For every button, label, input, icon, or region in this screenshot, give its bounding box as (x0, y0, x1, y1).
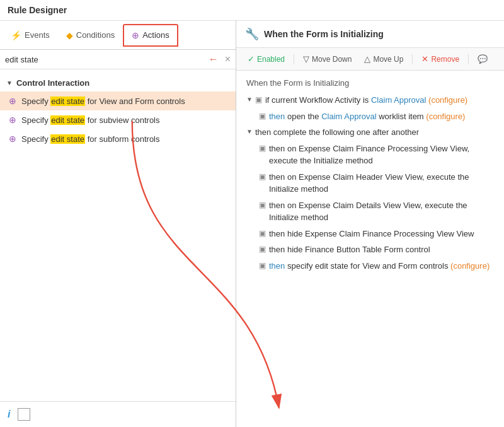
link-configure-claim-approval-2[interactable]: (configure) (426, 112, 465, 121)
toolbar-sep-2 (412, 54, 413, 64)
tab-conditions-label: Conditions (76, 30, 115, 40)
toolbar-move-up-button[interactable]: △ Move Up (359, 52, 408, 66)
item-icon-hide-finance: ▣ (259, 229, 266, 238)
events-icon: ⚡ (11, 30, 21, 40)
search-arrow-icon: ← (209, 54, 219, 65)
right-header-icon: 🔧 (245, 27, 259, 41)
action-item-text-2: Specify edit state for subform controls (21, 134, 160, 144)
toolbar-remove-button[interactable]: ✕ Remove (416, 52, 464, 66)
app-title: Rule Designer (0, 0, 504, 21)
tree-text-if-workflow: if current Workflow Activity is Claim Ap… (265, 94, 467, 107)
move-down-label: Move Down (312, 55, 352, 64)
link-then-specify[interactable]: then (269, 261, 285, 271)
section-header-control-interaction: ▼ Control Interaction (0, 74, 236, 91)
rule-section-title: When the Form is Initializing (246, 78, 494, 88)
link-then-open[interactable]: then (269, 112, 285, 121)
remove-label: Remove (431, 55, 459, 64)
enabled-label: Enabled (257, 55, 285, 64)
info-icon[interactable]: i (8, 409, 10, 420)
action-icon-2: ⊕ (9, 134, 16, 144)
tree-text-hide-finance: then hide Expense Claim Finance Processi… (269, 228, 474, 240)
item-icon-then-specify-edit: ▣ (259, 261, 266, 270)
conditions-icon: ◆ (66, 30, 73, 40)
right-header-title: When the Form is Initializing (264, 29, 384, 39)
toggle-then-complete[interactable]: ▼ (246, 128, 253, 135)
comment-icon: 💬 (478, 54, 488, 64)
left-footer: i (0, 401, 236, 427)
item-icon-if-workflow: ▣ (255, 95, 262, 104)
tree-item-then-open: ▣ then open the Claim Approval worklist … (259, 110, 494, 123)
tree-text-then-specify-edit: then specify edit state for View and For… (269, 260, 490, 272)
tree-item-expense-details: ▣ then on Expense Claim Details View Vie… (259, 199, 494, 224)
action-item-text-1: Specify edit state for subview controls (21, 115, 160, 125)
search-close-button[interactable]: × (225, 54, 231, 65)
actions-icon: ⊕ (132, 30, 139, 40)
action-item-edit-state-subform[interactable]: ⊕ Specify edit state for subform control… (0, 129, 236, 148)
action-item-edit-state-view-form[interactable]: ⊕ Specify edit state for View and Form c… (0, 91, 236, 110)
search-bar: ← × (0, 50, 236, 69)
search-input[interactable] (5, 55, 205, 64)
move-up-label: Move Up (373, 55, 403, 64)
action-icon-0: ⊕ (9, 96, 16, 106)
tree-item-hide-finance-button: ▣ then hide Finance Button Table Form co… (259, 243, 494, 256)
right-header: 🔧 When the Form is Initializing (236, 21, 504, 48)
tree-text-then-complete: then complete the following one after an… (255, 126, 419, 139)
rule-content: When the Form is Initializing ▼ ▣ if cur… (236, 71, 504, 427)
tree-item-then-complete: ▼ then complete the following one after … (246, 126, 494, 139)
tabs-bar: ⚡ Events ◆ Conditions ⊕ Actions (0, 21, 236, 50)
toolbar-sep-1 (294, 54, 294, 64)
toolbar-sep-3 (468, 54, 469, 64)
link-claim-approval[interactable]: Claim Approval (371, 95, 426, 105)
tree-item-then-specify-edit: ▣ then specify edit state for View and F… (259, 260, 494, 272)
move-down-icon: ▽ (303, 54, 309, 64)
toolbar: ✓ Enabled ▽ Move Down △ Move Up ✕ Remove (236, 48, 504, 71)
tree-text-expense-finance: then on Expense Claim Finance Processing… (269, 143, 494, 167)
tree-text-then-open: then open the Claim Approval worklist it… (269, 110, 465, 123)
tree-text-hide-finance-button: then hide Finance Button Table Form cont… (269, 243, 430, 256)
tab-actions-label: Actions (142, 30, 169, 40)
view-icon[interactable] (18, 408, 30, 421)
item-icon-expense-details: ▣ (259, 201, 266, 209)
item-icon-then-open: ▣ (259, 112, 266, 120)
item-icon-expense-finance: ▣ (259, 144, 266, 153)
tab-events[interactable]: ⚡ Events (3, 25, 58, 46)
item-icon-expense-header: ▣ (259, 172, 266, 181)
link-configure-specify-edit[interactable]: (configure) (450, 261, 490, 271)
tree-text-expense-header: then on Expense Claim Header View View, … (269, 171, 494, 196)
link-claim-approval-2[interactable]: Claim Approval (321, 112, 376, 121)
enabled-icon: ✓ (248, 54, 255, 64)
item-icon-hide-finance-button: ▣ (259, 245, 266, 254)
toggle-if-workflow[interactable]: ▼ (246, 96, 253, 103)
toolbar-enabled-button[interactable]: ✓ Enabled (243, 52, 290, 66)
tree-item-hide-finance: ▣ then hide Expense Claim Finance Proces… (259, 228, 494, 240)
section-toggle-icon[interactable]: ▼ (6, 79, 13, 86)
actions-list: ▼ Control Interaction ⊕ Specify edit sta… (0, 69, 236, 401)
toolbar-comment-button[interactable]: 💬 (472, 52, 493, 66)
tree-item-expense-header: ▣ then on Expense Claim Header View View… (259, 171, 494, 196)
move-up-icon: △ (364, 54, 370, 64)
link-configure-claim-approval[interactable]: (configure) (428, 95, 467, 105)
tree-text-expense-details: then on Expense Claim Details View View,… (269, 199, 494, 224)
tab-actions[interactable]: ⊕ Actions (123, 24, 178, 47)
toolbar-move-down-button[interactable]: ▽ Move Down (298, 52, 357, 66)
action-item-edit-state-subview[interactable]: ⊕ Specify edit state for subview control… (0, 110, 236, 129)
tab-conditions[interactable]: ◆ Conditions (58, 25, 123, 46)
tree-item-expense-finance: ▣ then on Expense Claim Finance Processi… (259, 143, 494, 167)
remove-icon: ✕ (421, 54, 428, 64)
rule-tree: ▼ ▣ if current Workflow Activity is Clai… (246, 94, 494, 272)
tree-item-if-workflow: ▼ ▣ if current Workflow Activity is Clai… (246, 94, 494, 107)
tab-events-label: Events (25, 30, 50, 40)
action-item-text-0: Specify edit state for View and Form con… (21, 97, 185, 106)
action-icon-1: ⊕ (9, 115, 16, 125)
section-header-label: Control Interaction (16, 78, 89, 88)
